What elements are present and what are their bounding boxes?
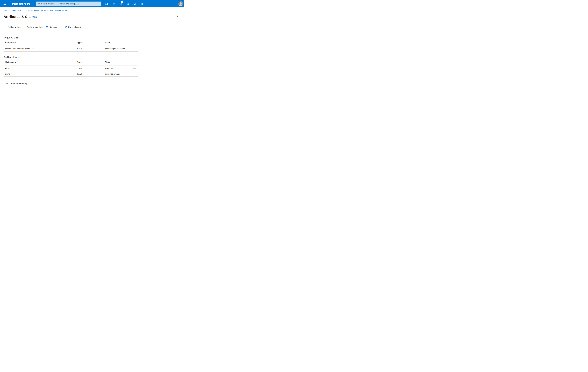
close-icon	[176, 15, 179, 18]
brand-title[interactable]: Microsoft Azure	[12, 0, 30, 7]
breadcrumb-chevron-icon	[67, 10, 69, 12]
command-bar: Add new claim Add a group claim Columns …	[3, 25, 180, 29]
table-row[interactable]: name SAML user.displayname •••	[3, 71, 138, 77]
feedback-icon	[141, 2, 144, 5]
page-title: Attributes & Claims	[3, 15, 37, 19]
breadcrumb-chevron-icon	[47, 10, 48, 12]
add-new-claim-button[interactable]: Add new claim	[5, 26, 21, 28]
claim-type-cell: SAML	[77, 67, 105, 70]
avatar-silhouette-icon	[178, 1, 183, 6]
directory-filter-icon	[112, 2, 115, 5]
help-icon: ?	[134, 2, 136, 5]
column-header-type: Type	[77, 42, 105, 44]
claim-type-cell: SAML	[77, 73, 105, 75]
hamburger-menu-icon[interactable]	[2, 0, 8, 7]
azure-top-bar: Microsoft Azure	[0, 0, 184, 7]
column-header-value: Value	[105, 61, 133, 63]
topbar-icon-group: 6 ?	[104, 0, 145, 7]
claim-value-cell: user.displayname	[105, 73, 133, 75]
required-claim-heading: Required claim	[3, 36, 180, 39]
advanced-settings-toggle[interactable]: Advanced settings	[6, 82, 28, 85]
cloud-shell-button[interactable]	[104, 1, 109, 6]
page-content: Home Azure SAML SSO | SAML-based Sign-on…	[0, 10, 184, 85]
additional-claims-heading: Additional claims	[3, 55, 180, 59]
add-group-claim-button[interactable]: Add a group claim	[24, 26, 43, 28]
settings-button[interactable]	[126, 1, 130, 6]
toolbar-separator	[61, 26, 61, 29]
got-feedback-button[interactable]: Got feedback?	[64, 26, 81, 29]
required-claim-table: Claim name Type Value Unique User Identi…	[3, 39, 138, 52]
advanced-settings-label: Advanced settings	[10, 82, 28, 85]
column-header-value: Value	[105, 42, 133, 44]
column-header-type: Type	[77, 61, 105, 63]
table-row[interactable]: email SAML user.mail •••	[3, 66, 138, 71]
breadcrumb: Home Azure SAML SSO | SAML-based Sign-on…	[3, 10, 180, 12]
claim-name-cell: Unique User Identifier (Name ID)	[3, 48, 77, 50]
title-row: Attributes & Claims ···	[3, 14, 180, 19]
search-input[interactable]	[41, 3, 99, 5]
hamburger-glyph	[3, 2, 6, 5]
row-menu-cell: •••	[133, 48, 138, 50]
breadcrumb-sso-link[interactable]: Azure SAML SSO | SAML-based Sign-on	[11, 10, 46, 12]
row-menu-cell: •••	[133, 73, 138, 75]
chevron-down-icon	[6, 83, 8, 85]
user-avatar[interactable]	[178, 1, 183, 6]
got-feedback-label: Got feedback?	[68, 26, 81, 28]
claim-name-cell: email	[3, 67, 77, 70]
columns-label: Columns	[50, 26, 57, 28]
notifications-button[interactable]: 6	[118, 1, 123, 6]
additional-claims-table: Claim name Type Value email SAML user.ma…	[3, 59, 138, 77]
column-header-claim-name: Claim name	[3, 42, 77, 44]
table-header-row: Claim name Type Value	[3, 39, 138, 46]
claim-name-cell: name	[3, 73, 77, 75]
row-context-menu-button[interactable]: •••	[133, 48, 136, 50]
table-header-row: Claim name Type Value	[3, 59, 138, 66]
claim-value-cell: user.mail	[105, 67, 133, 70]
add-new-claim-label: Add new claim	[8, 26, 21, 28]
column-header-claim-name: Claim name	[3, 61, 77, 63]
row-context-menu-button[interactable]: •••	[133, 73, 136, 75]
breadcrumb-signon-link[interactable]: SAML-based Sign-on	[49, 10, 67, 12]
svg-text:?: ?	[135, 3, 136, 4]
global-search[interactable]	[36, 1, 101, 6]
row-menu-cell: •••	[133, 67, 138, 70]
notification-badge: 6	[121, 1, 123, 3]
feedback-icon	[64, 26, 67, 29]
help-button[interactable]: ?	[133, 1, 137, 6]
table-row[interactable]: Unique User Identifier (Name ID) SAML us…	[3, 46, 138, 52]
breadcrumb-chevron-icon	[10, 10, 11, 12]
claim-type-cell: SAML	[77, 48, 105, 50]
plus-icon	[24, 26, 26, 28]
row-context-menu-button[interactable]: •••	[133, 68, 136, 69]
directory-filter-button[interactable]	[111, 1, 116, 6]
cloud-shell-icon	[105, 2, 108, 5]
title-overflow-menu[interactable]: ···	[42, 16, 44, 18]
columns-button[interactable]: Columns	[46, 26, 57, 28]
toolbar-divider	[3, 30, 180, 30]
settings-gear-icon	[126, 2, 129, 5]
close-blade-button[interactable]	[176, 15, 179, 18]
add-group-claim-label: Add a group claim	[27, 26, 43, 28]
search-icon	[38, 3, 40, 5]
feedback-button[interactable]	[140, 1, 145, 6]
claim-value-cell: user.userprincipalname [...	[105, 48, 133, 50]
plus-icon	[5, 26, 7, 28]
breadcrumb-home-link[interactable]: Home	[3, 10, 9, 12]
columns-icon	[46, 26, 48, 28]
